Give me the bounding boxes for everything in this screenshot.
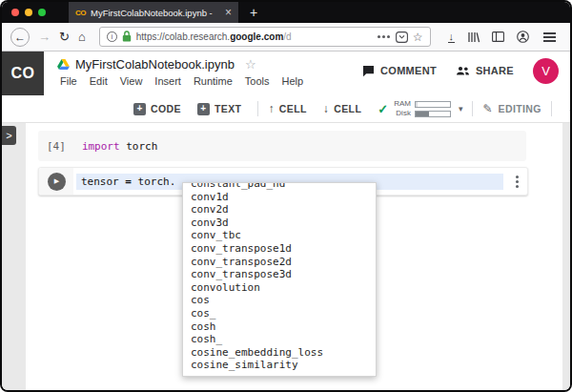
autocomplete-item-clipped[interactable]: constant_pad_nd: [183, 182, 376, 191]
bookmark-star-icon[interactable]: ☆: [413, 31, 423, 44]
autocomplete-item[interactable]: cosine_embedding_loss: [183, 346, 376, 360]
disk-usage-bar: [415, 111, 451, 117]
comment-button[interactable]: COMMENT: [362, 65, 437, 77]
autocomplete-item[interactable]: cosh: [183, 320, 376, 334]
autocomplete-item[interactable]: conv_transpose1d: [183, 242, 376, 256]
ram-label: RAM: [394, 100, 411, 108]
url-bar[interactable]: i https://colab.research.google.com/d ☆: [99, 27, 431, 47]
run-cell-button[interactable]: ▶: [48, 173, 66, 191]
browser-tab-bar: CO MyFirstColabNotebook.ipynb - × +: [2, 2, 570, 23]
autocomplete-item[interactable]: conv_transpose2d: [183, 256, 376, 269]
add-text-button[interactable]: + TEXT: [197, 103, 241, 115]
toolbar-divider: [551, 101, 552, 116]
plus-icon: +: [197, 103, 210, 115]
connected-check-icon: ✓: [378, 102, 388, 116]
navbar-right-icons: ↓: [444, 31, 562, 43]
menubar-item[interactable]: Runtime: [194, 75, 233, 87]
ram-usage-bar: [415, 101, 451, 108]
pencil-icon: ✎: [482, 102, 492, 115]
cell-down-button[interactable]: ↓ CELL: [323, 102, 361, 115]
close-window-button[interactable]: [11, 9, 19, 16]
autocomplete-item[interactable]: conv1d: [183, 191, 376, 204]
zoom-window-button[interactable]: [38, 9, 46, 16]
notebook-content: > [4] import torch ▶ tensor = torch.: [2, 123, 570, 390]
code-cell-1[interactable]: [4] import torch: [38, 131, 526, 161]
cell-gutter: ▶: [39, 168, 73, 195]
people-icon: [456, 66, 470, 76]
browser-window: CO MyFirstColabNotebook.ipynb - × + ← → …: [0, 0, 572, 392]
cell-options-button[interactable]: [506, 168, 527, 195]
share-button[interactable]: SHARE: [456, 65, 514, 76]
avatar[interactable]: V: [533, 58, 559, 84]
browser-navbar: ← → ↻ ⌂ i https://colab.research.google.…: [2, 23, 570, 52]
page-actions-icon[interactable]: [382, 35, 385, 38]
cell-up-button[interactable]: ↑ CELL: [268, 102, 306, 115]
autocomplete-item[interactable]: conv3d: [183, 217, 376, 230]
tab-close-icon[interactable]: ×: [225, 7, 232, 18]
autocomplete-item[interactable]: cosine_similarity: [183, 359, 376, 372]
menubar-item[interactable]: Insert: [154, 75, 181, 87]
home-button[interactable]: ⌂: [78, 31, 86, 43]
tab-title: MyFirstColabNotebook.ipynb -: [91, 8, 220, 18]
menu-hamburger-icon[interactable]: [543, 36, 556, 38]
drive-icon: [57, 59, 70, 70]
lock-icon[interactable]: [122, 31, 132, 43]
minimize-window-button[interactable]: [25, 9, 32, 16]
site-info-icon[interactable]: i: [107, 31, 117, 42]
notebook-panel: [4] import torch ▶ tensor = torch.: [26, 123, 562, 390]
autocomplete-dropdown: constant_pad_nd conv1dconv2dconv3dconv_t…: [182, 182, 377, 377]
autocomplete-item[interactable]: cos: [183, 294, 376, 307]
notebook-toolbar: + CODE + TEXT ↑ CELL ↓ CELL ✓: [2, 95, 570, 123]
autocomplete-item[interactable]: cosh_: [183, 333, 376, 346]
add-code-button[interactable]: + CODE: [133, 103, 181, 115]
menubar: FileEditViewInsertRuntimeToolsHelp: [57, 75, 303, 87]
sidebar-toggle-icon[interactable]: [492, 31, 504, 42]
autocomplete-item[interactable]: convolution: [183, 281, 376, 295]
menubar-item[interactable]: View: [120, 75, 143, 87]
pocket-icon[interactable]: [396, 31, 408, 43]
arrow-down-icon: ↓: [323, 102, 329, 115]
chevron-down-icon[interactable]: ▾: [459, 104, 463, 113]
colab-header: CO MyFirstColabNotebook.ipynb ☆ FileEdit…: [2, 52, 570, 95]
open-sidebar-button[interactable]: >: [2, 126, 16, 145]
resource-meter[interactable]: RAM Disk: [394, 100, 451, 117]
autocomplete-item[interactable]: conv2d: [183, 203, 376, 217]
library-icon[interactable]: [467, 31, 480, 43]
autocomplete-list: conv1dconv2dconv3dconv_tbcconv_transpose…: [183, 191, 376, 372]
reload-button[interactable]: ↻: [59, 31, 70, 43]
autocomplete-item[interactable]: conv_transpose3d: [183, 268, 376, 281]
toolbar-divider: [472, 101, 473, 116]
star-notebook-icon[interactable]: ☆: [245, 57, 256, 72]
menubar-item[interactable]: Tools: [245, 75, 270, 87]
forward-button[interactable]: →: [38, 31, 51, 43]
colab-logo[interactable]: CO: [2, 52, 44, 95]
colab-favicon-icon: CO: [75, 9, 86, 17]
downloads-icon[interactable]: ↓: [448, 31, 456, 43]
notebook-title[interactable]: MyFirstColabNotebook.ipynb: [75, 57, 235, 72]
editing-mode-button[interactable]: ✎ EDITING: [482, 102, 541, 115]
kebab-menu-icon: [516, 180, 519, 183]
menubar-item[interactable]: Help: [282, 75, 304, 87]
new-tab-button[interactable]: +: [250, 6, 257, 19]
menubar-item[interactable]: File: [60, 75, 77, 87]
disk-label: Disk: [396, 110, 411, 117]
menubar-item[interactable]: Edit: [90, 75, 108, 87]
back-button[interactable]: ←: [10, 28, 30, 47]
tab-myfirstcolabnotebook[interactable]: CO MyFirstColabNotebook.ipynb - ×: [69, 2, 238, 23]
arrow-up-icon: ↑: [268, 102, 274, 115]
window-controls: [11, 9, 46, 16]
account-icon[interactable]: [517, 31, 529, 43]
autocomplete-item[interactable]: conv_tbc: [183, 229, 376, 242]
autocomplete-item[interactable]: cos_: [183, 307, 376, 320]
comment-bubble-icon: [362, 65, 375, 77]
cell1-code[interactable]: import torch: [82, 140, 158, 153]
toolbar-divider: [257, 101, 258, 116]
plus-icon: +: [133, 103, 146, 115]
url-text: https://colab.research.google.com/d: [136, 31, 372, 42]
execution-count[interactable]: [4]: [47, 140, 66, 153]
collapse-toolbar-icon[interactable]: [569, 106, 570, 115]
